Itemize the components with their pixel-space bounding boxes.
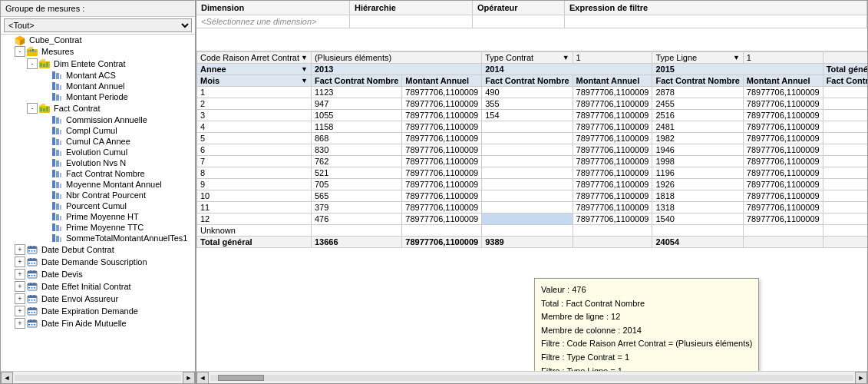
cell[interactable]: 2455 <box>652 98 743 110</box>
cell[interactable]: Total général <box>197 237 312 248</box>
cell[interactable]: 1982 <box>652 133 743 144</box>
cell[interactable]: 78977706,1100009 <box>573 214 652 225</box>
cell[interactable] <box>823 179 867 190</box>
cell[interactable]: 565 <box>311 190 401 202</box>
cell[interactable]: 7 <box>197 156 312 167</box>
cell[interactable]: 78977706,1100009 <box>402 179 482 190</box>
cell[interactable] <box>743 225 823 237</box>
cell[interactable] <box>482 179 573 190</box>
type-ligne-dropdown-icon[interactable]: ▼ <box>733 54 740 61</box>
h-scroll-right-btn[interactable]: ► <box>855 372 867 384</box>
tree-item-montant-periode[interactable]: Montant Periode <box>1 91 195 102</box>
tree-item-cumul-ca[interactable]: Cumul CA Annee <box>1 136 195 147</box>
tree-item-evolution-cumul[interactable]: Evolution Cumul <box>1 147 195 157</box>
table-row[interactable]: 586878977706,110000978977706,11000091982… <box>197 133 868 144</box>
cell[interactable]: 6 <box>197 144 312 156</box>
cell[interactable]: 78977706,1100009 <box>743 167 823 179</box>
table-row[interactable]: 970578977706,110000978977706,11000091926… <box>197 179 868 190</box>
tree-item-measures[interactable]: -Mesures <box>1 45 195 58</box>
cell[interactable] <box>823 121 867 133</box>
cell[interactable] <box>402 225 482 237</box>
table-row[interactable]: 1247678977706,110000978977706,1100009154… <box>197 214 868 225</box>
cell[interactable]: 78977706,1100009 <box>402 144 482 156</box>
cell[interactable]: 78977706,1100009 <box>743 87 823 98</box>
table-row[interactable]: 4115878977706,110000978977706,1100009248… <box>197 121 868 133</box>
cell[interactable]: 78977706,1100009 <box>402 167 482 179</box>
cell[interactable]: 78977706,1100009 <box>743 121 823 133</box>
cell[interactable]: 78977706,1100009 <box>573 110 652 121</box>
table-scroll[interactable]: Code Raison Arret Contrat ▼ (Plusieurs é… <box>196 51 867 371</box>
cell[interactable]: 9389 <box>482 237 573 248</box>
expand-icon-date-expiration[interactable]: + <box>15 306 25 316</box>
cell[interactable]: 10 <box>197 190 312 202</box>
cell[interactable]: 1318 <box>652 202 743 214</box>
cell[interactable]: 78977706,1100009 <box>402 98 482 110</box>
tree-item-prime-ht[interactable]: Prime Moyenne HT <box>1 211 195 222</box>
tree-item-evolution-nvs[interactable]: Evolution Nvs N <box>1 157 195 168</box>
cell[interactable] <box>823 133 867 144</box>
cell[interactable]: 355 <box>482 98 573 110</box>
cell[interactable]: 78977706,1100009 <box>402 110 482 121</box>
cell[interactable]: 379 <box>311 202 401 214</box>
tree-item-commission[interactable]: Commission Annuelle <box>1 114 195 125</box>
group-dropdown[interactable]: <Tout> <box>1 17 195 35</box>
cell[interactable] <box>311 225 401 237</box>
tree-item-date-demande[interactable]: +Date Demande Souscription <box>1 256 195 268</box>
cell[interactable] <box>823 237 867 248</box>
cell[interactable]: 78977706,1100009 <box>402 87 482 98</box>
table-row[interactable]: 1056578977706,110000978977706,1100009181… <box>197 190 868 202</box>
cell[interactable]: 78977706,1100009 <box>743 190 823 202</box>
h-scroll-thumb[interactable] <box>218 375 264 381</box>
cell[interactable]: 78977706,1100009 <box>402 237 482 248</box>
cell[interactable] <box>482 144 573 156</box>
cell[interactable] <box>482 167 573 179</box>
table-row[interactable]: 1112378977706,110000949078977706,1100009… <box>197 87 868 98</box>
cell[interactable]: 78977706,1100009 <box>743 156 823 167</box>
table-row[interactable]: 1137978977706,110000978977706,1100009131… <box>197 202 868 214</box>
cell[interactable]: 1123 <box>311 87 401 98</box>
cell[interactable]: 78977706,1100009 <box>743 179 823 190</box>
cell[interactable] <box>743 237 823 248</box>
cell[interactable]: 762 <box>311 156 401 167</box>
cell[interactable]: 78977706,1100009 <box>402 190 482 202</box>
group-select[interactable]: <Tout> <box>4 18 192 32</box>
cell[interactable]: 78977706,1100009 <box>573 121 652 133</box>
cell[interactable]: 78977706,1100009 <box>402 202 482 214</box>
cell[interactable]: 78977706,1100009 <box>573 144 652 156</box>
cell[interactable]: 1818 <box>652 190 743 202</box>
cell[interactable]: 78977706,1100009 <box>573 98 652 110</box>
cell[interactable]: 1055 <box>311 110 401 121</box>
table-row[interactable]: Total général1366678977706,1100009938924… <box>197 237 868 248</box>
cell[interactable]: 1540 <box>652 214 743 225</box>
cell[interactable] <box>823 110 867 121</box>
tree-item-montant-annuel[interactable]: Montant Annuel <box>1 81 195 91</box>
tree-item-prime-ttc[interactable]: Prime Moyenne TTC <box>1 222 195 233</box>
expand-icon-date-effet[interactable]: + <box>15 281 25 292</box>
cell[interactable]: 490 <box>482 87 573 98</box>
cell[interactable]: 12 <box>197 214 312 225</box>
cell[interactable]: 24054 <box>652 237 743 248</box>
cell[interactable]: 521 <box>311 167 401 179</box>
cell[interactable] <box>823 225 867 237</box>
cell[interactable] <box>823 202 867 214</box>
cell[interactable]: 2516 <box>652 110 743 121</box>
cell[interactable] <box>652 225 743 237</box>
expand-icon-date-fin[interactable]: + <box>15 318 25 329</box>
expand-icon-dim-entete[interactable]: - <box>27 58 38 69</box>
cell[interactable] <box>482 133 573 144</box>
cell[interactable]: 78977706,1100009 <box>573 156 652 167</box>
cell[interactable]: 78977706,1100009 <box>402 214 482 225</box>
annee-dropdown-icon[interactable]: ▼ <box>301 65 308 73</box>
table-row[interactable]: 3105578977706,110000915478977706,1100009… <box>197 110 868 121</box>
expand-icon-fact-contrat[interactable]: - <box>27 103 38 114</box>
expand-icon-date-debut[interactable]: + <box>15 244 25 255</box>
cell[interactable] <box>573 225 652 237</box>
cell[interactable]: 476 <box>311 214 401 225</box>
cell[interactable]: 78977706,1100009 <box>573 87 652 98</box>
cell[interactable]: 78977706,1100009 <box>402 133 482 144</box>
table-row[interactable]: 683078977706,110000978977706,11000091946… <box>197 144 868 156</box>
cell[interactable] <box>482 190 573 202</box>
expand-icon-date-demande[interactable]: + <box>15 257 25 267</box>
cell[interactable]: 2878 <box>652 87 743 98</box>
expand-icon-date-envoi[interactable]: + <box>15 293 25 304</box>
